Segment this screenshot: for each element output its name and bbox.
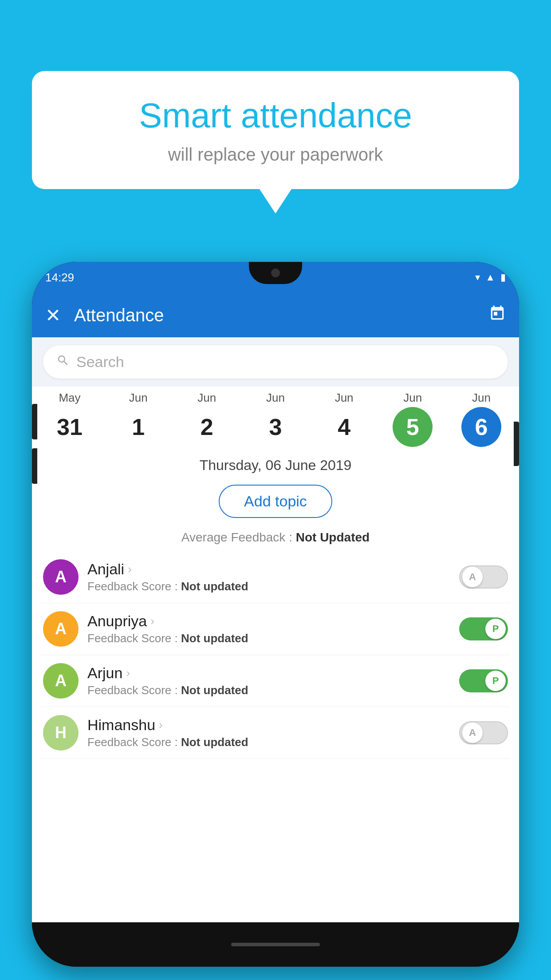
phone-content: Search May31Jun1Jun2Jun3Jun4Jun5Jun6 Thu… [32,337,519,922]
toggle-wrap: P [459,669,508,692]
app-title: Attendance [74,305,476,325]
attendance-toggle[interactable]: A [459,565,508,589]
status-bar: 14:29 ▾ ▲ ▮ [32,262,519,293]
home-indicator [231,943,320,946]
student-name[interactable]: Anupriya › [87,612,450,630]
chevron-icon: › [159,718,163,732]
calendar-date-31[interactable]: May31 [41,391,98,447]
chevron-icon: › [128,562,132,576]
calendar-date-3[interactable]: Jun3 [247,391,304,447]
calendar-icon[interactable] [489,305,506,326]
avatar: A [43,559,79,595]
average-feedback: Average Feedback : Not Updated [32,527,519,551]
power-button [514,422,519,466]
toggle-wrap: A [459,565,508,589]
student-item: AAnupriya ›Feedback Score : Not updatedP [41,603,510,655]
search-icon [56,354,70,370]
search-field[interactable]: Search [43,345,508,379]
speech-bubble-subtitle: will replace your paperwork [59,145,492,165]
calendar-date-4[interactable]: Jun4 [315,391,373,447]
chevron-icon: › [150,614,154,628]
signal-icon: ▲ [485,272,495,283]
student-item: AAnjali ›Feedback Score : Not updatedA [41,551,510,603]
battery-icon: ▮ [500,272,506,283]
speech-bubble-title: Smart attendance [59,95,492,136]
student-name[interactable]: Himanshu › [87,716,450,734]
student-name[interactable]: Anjali › [87,561,450,578]
toggle-wrap: A [459,721,508,744]
feedback-score: Feedback Score : Not updated [87,580,450,593]
feedback-score: Feedback Score : Not updated [87,735,450,749]
toggle-knob: A [462,723,483,743]
feedback-score: Feedback Score : Not updated [87,684,450,697]
calendar-date-6[interactable]: Jun6 [453,391,510,447]
status-time: 14:29 [45,271,74,285]
student-item: AArjun ›Feedback Score : Not updatedP [41,655,510,707]
calendar-date-2[interactable]: Jun2 [178,391,236,447]
search-placeholder: Search [76,353,124,371]
student-item: HHimanshu ›Feedback Score : Not updatedA [41,707,510,759]
phone-bottom [32,922,519,967]
selected-date: Thursday, 06 June 2019 [32,449,519,478]
vol-down-button [32,448,37,484]
wifi-icon: ▾ [475,272,480,283]
attendance-toggle[interactable]: P [459,617,508,640]
calendar-date-5[interactable]: Jun5 [384,391,441,447]
toggle-knob: A [462,567,483,587]
avatar: H [43,715,79,751]
status-icons: ▾ ▲ ▮ [475,272,506,283]
chevron-icon: › [126,666,130,680]
toggle-wrap: P [459,617,508,640]
calendar-strip: May31Jun1Jun2Jun3Jun4Jun5Jun6 [32,387,519,449]
student-list: AAnjali ›Feedback Score : Not updatedAAA… [32,551,519,759]
toggle-knob: P [485,671,506,691]
phone-frame: 14:29 ▾ ▲ ▮ ✕ Attendance [32,262,519,967]
student-name[interactable]: Arjun › [87,664,450,682]
toggle-knob: P [485,619,506,639]
avatar: A [43,663,79,699]
app-bar: ✕ Attendance [32,293,519,337]
attendance-toggle[interactable]: P [459,669,508,692]
feedback-score: Feedback Score : Not updated [87,632,450,645]
calendar-date-1[interactable]: Jun1 [110,391,167,447]
notch [249,262,302,284]
attendance-toggle[interactable]: A [459,721,508,744]
camera [271,269,280,277]
search-bar: Search [32,337,519,387]
speech-bubble-container: Smart attendance will replace your paper… [32,71,519,189]
speech-bubble: Smart attendance will replace your paper… [32,71,519,189]
vol-up-button [32,404,37,439]
avatar: A [43,611,79,647]
close-button[interactable]: ✕ [45,304,61,326]
add-topic-button[interactable]: Add topic [219,485,332,518]
